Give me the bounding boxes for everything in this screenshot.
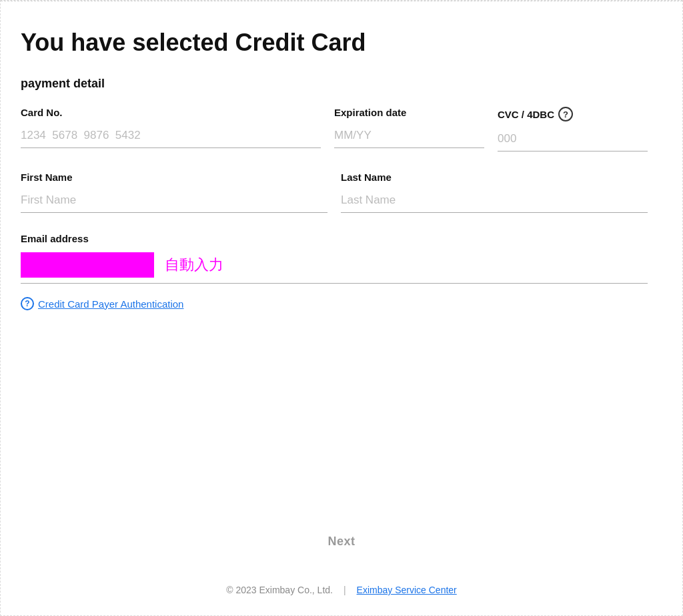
- email-label: Email address: [21, 233, 648, 244]
- auth-link[interactable]: Credit Card Payer Authentication: [38, 298, 183, 310]
- footer-divider: |: [344, 585, 346, 595]
- first-name-input[interactable]: [21, 191, 327, 213]
- first-name-label: First Name: [21, 172, 327, 183]
- footer: © 2023 Eximbay Co., Ltd. | Eximbay Servi…: [1, 585, 682, 595]
- auth-help-icon[interactable]: ?: [21, 297, 34, 310]
- next-button-area: Next: [1, 535, 682, 549]
- footer-service-link[interactable]: Eximbay Service Center: [357, 585, 457, 595]
- autofill-label: 自動入力: [165, 255, 223, 275]
- cvc-help-icon[interactable]: ?: [558, 107, 573, 121]
- section-title: payment detail: [21, 77, 648, 91]
- last-name-label: Last Name: [341, 172, 648, 183]
- cvc-label: CVC / 4DBC ?: [498, 107, 648, 121]
- card-number-input[interactable]: [21, 126, 321, 148]
- expiration-label: Expiration date: [334, 107, 484, 118]
- email-autofill-input[interactable]: [21, 252, 154, 278]
- cvc-input[interactable]: [498, 129, 648, 151]
- footer-copyright: © 2023 Eximbay Co., Ltd.: [226, 585, 333, 595]
- next-button[interactable]: Next: [327, 535, 355, 549]
- card-no-label: Card No.: [21, 107, 321, 118]
- expiration-input[interactable]: [334, 126, 484, 148]
- page-title: You have selected Credit Card: [21, 28, 648, 57]
- last-name-input[interactable]: [341, 191, 648, 213]
